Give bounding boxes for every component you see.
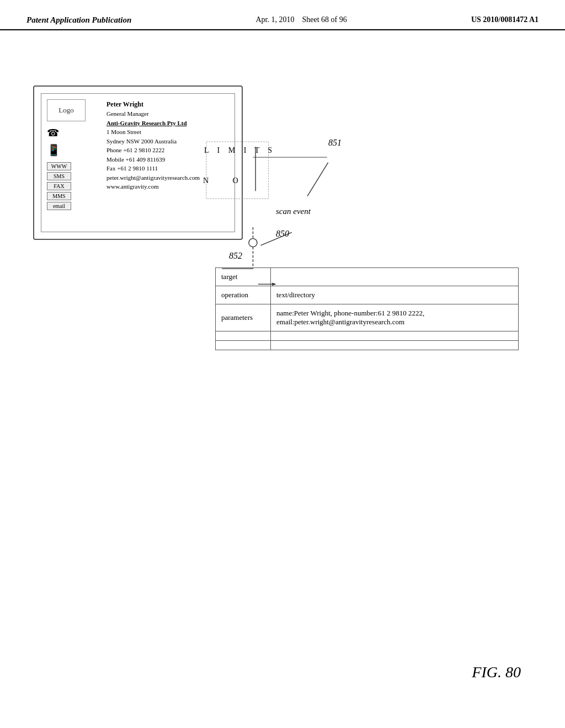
target-value bbox=[271, 268, 519, 286]
bc-tags: WWW SMS FAX MMS email bbox=[47, 162, 71, 210]
phone-icon: ☎ bbox=[47, 127, 59, 139]
patent-number: US 2010/0081472 A1 bbox=[471, 15, 539, 24]
table-row-empty2 bbox=[216, 341, 519, 350]
no-text: N O bbox=[203, 176, 249, 185]
main-content: Logo ☎ 📱 WWW SMS FAX MMS email Peter Wri… bbox=[0, 30, 565, 714]
svg-line-5 bbox=[307, 163, 328, 196]
bc-left-column: Logo ☎ 📱 WWW SMS FAX MMS email bbox=[47, 99, 102, 226]
table-row-parameters: parameters name:Peter Wright, phone-numb… bbox=[216, 304, 519, 331]
bc-logo: Logo bbox=[47, 99, 86, 121]
empty-value-1 bbox=[271, 331, 519, 341]
table-row-operation: operation text/directory bbox=[216, 286, 519, 304]
empty-value-2 bbox=[271, 341, 519, 350]
business-card-inner: Logo ☎ 📱 WWW SMS FAX MMS email Peter Wri… bbox=[41, 93, 235, 232]
limits-text: L I M I T S bbox=[204, 146, 275, 155]
mobile-icon: 📱 bbox=[47, 143, 61, 157]
empty-label-2 bbox=[216, 341, 271, 350]
bc-company-name: Anti-Gravity Research Pty Ltd bbox=[106, 119, 229, 128]
email-tag: email bbox=[47, 202, 71, 210]
header-date-sheet: Apr. 1, 2010 Sheet 68 of 96 bbox=[255, 15, 347, 24]
operation-label: operation bbox=[216, 286, 271, 304]
sheet-info: Sheet 68 of 96 bbox=[302, 15, 347, 24]
publication-date: Apr. 1, 2010 bbox=[255, 15, 294, 24]
ref-851: 851 bbox=[328, 138, 342, 148]
bc-fax: Fax +61 2 9810 1111 bbox=[106, 164, 229, 173]
parameters-label: parameters bbox=[216, 304, 271, 331]
operation-value: text/directory bbox=[271, 286, 519, 304]
scan-event-text: scan event bbox=[276, 207, 311, 216]
ref-852: 852 bbox=[229, 251, 242, 261]
bc-address1: 1 Moon Street bbox=[106, 127, 229, 137]
limits-label: L I M I T S bbox=[204, 146, 275, 155]
bc-address2: Sydney NSW 2000 Australia bbox=[106, 137, 229, 146]
ref-850: 850 bbox=[276, 229, 289, 239]
bc-right-column: Peter Wright General Manager Anti-Gravit… bbox=[106, 99, 229, 226]
table-row-empty1 bbox=[216, 331, 519, 341]
www-tag: WWW bbox=[47, 162, 71, 170]
empty-label-1 bbox=[216, 331, 271, 341]
target-label: target bbox=[216, 268, 271, 286]
table-row-target: target bbox=[216, 268, 519, 286]
page-header: Patent Application Publication Apr. 1, 2… bbox=[0, 0, 565, 30]
scan-event-label: scan event bbox=[276, 207, 311, 216]
sms-tag: SMS bbox=[47, 172, 71, 180]
mms-tag: MMS bbox=[47, 192, 71, 200]
business-card-container: Logo ☎ 📱 WWW SMS FAX MMS email Peter Wri… bbox=[33, 85, 243, 240]
fig-label: FIG. 80 bbox=[472, 663, 521, 681]
data-table: target operation text/directory paramete… bbox=[215, 267, 519, 350]
publication-title: Patent Application Publication bbox=[26, 15, 131, 25]
bc-person-name: Peter Wright bbox=[106, 99, 229, 109]
no-indicator: N O bbox=[203, 176, 249, 185]
bc-person-title: General Manager bbox=[106, 109, 229, 119]
fax-tag: FAX bbox=[47, 182, 71, 190]
svg-point-0 bbox=[249, 239, 257, 247]
parameters-value: name:Peter Wright, phone-number:61 2 981… bbox=[271, 304, 519, 331]
bc-mobile: Mobile +61 409 811639 bbox=[106, 155, 229, 164]
